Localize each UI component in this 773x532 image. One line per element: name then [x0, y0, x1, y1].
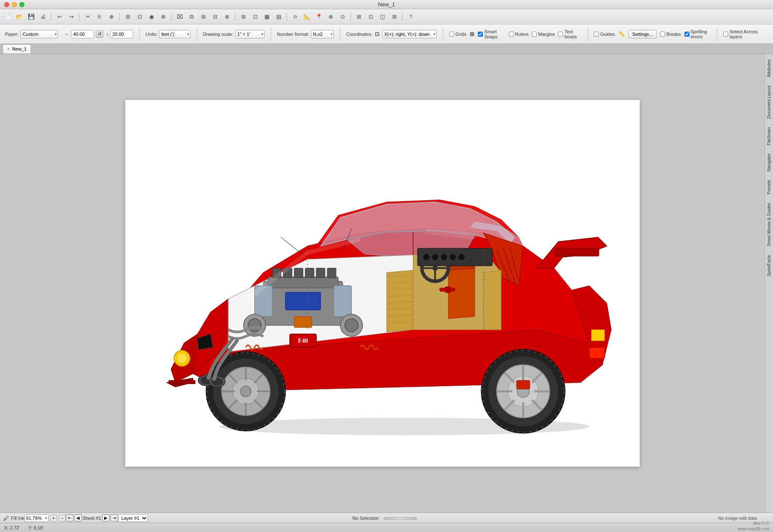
paper-select[interactable]: Custom Letter A4 A3: [20, 30, 58, 38]
svg-rect-78: [169, 380, 195, 384]
more-options-section: Guides 📏 Settings... Breaks Spelling err…: [592, 29, 713, 39]
view-button-2[interactable]: ⊡: [250, 12, 260, 22]
attributes-tab[interactable]: Attributes: [765, 56, 773, 81]
view-button-1[interactable]: ⊞: [238, 12, 248, 22]
toolbar-separator-1: [51, 13, 51, 21]
close-button[interactable]: [4, 2, 9, 7]
guides-checkbox-label[interactable]: Guides: [594, 32, 615, 37]
select-across-checkbox-label[interactable]: Select Across layers: [723, 29, 768, 39]
paper-select-wrap: Custom Letter A4 A3: [20, 30, 58, 38]
car-image: F40: [125, 100, 640, 467]
margins-checkbox-label[interactable]: Margins: [532, 32, 555, 37]
margins-checkbox[interactable]: [532, 32, 537, 37]
spelling-errors-checkbox[interactable]: [684, 32, 690, 37]
help-button[interactable]: ?: [406, 12, 416, 22]
misc-button-1[interactable]: ⛭: [290, 12, 300, 22]
text-boxes-checkbox[interactable]: [558, 32, 563, 37]
guides-label: Guides: [600, 32, 615, 37]
zoom-out-button[interactable]: −: [59, 515, 65, 521]
tab-label: New_1: [12, 46, 27, 51]
misc-button-4[interactable]: ⊕: [326, 12, 336, 22]
extra-button-2[interactable]: ⊡: [366, 12, 376, 22]
document-layout-tab[interactable]: Document Layout: [765, 82, 773, 122]
no-image-edit-text: No image edit data: [718, 516, 757, 521]
tools-button-1[interactable]: ⊞: [123, 12, 133, 22]
redo-button[interactable]: ↪: [66, 12, 76, 22]
maximize-button[interactable]: [19, 2, 24, 7]
tools-button-5[interactable]: ⌧: [175, 12, 185, 22]
dimensions-section: ↔ 40.00 ↺ ↕ 20.00: [62, 30, 135, 38]
status-slider[interactable]: [383, 517, 417, 520]
settings-button[interactable]: Settings...: [628, 30, 657, 38]
smart-snaps-checkbox[interactable]: [478, 32, 483, 37]
view-button-4[interactable]: ▤: [274, 12, 284, 22]
width-input[interactable]: 40.00: [71, 30, 94, 38]
extra-button-3[interactable]: ◫: [377, 12, 388, 22]
undo-button[interactable]: ↩: [54, 12, 65, 22]
grids-checkbox[interactable]: [449, 32, 454, 37]
tab-new1[interactable]: × New_1: [3, 44, 31, 54]
properties-toolbar: Paper: Custom Letter A4 A3 ↔ 40.00 ↺ ↕ 2…: [0, 24, 773, 44]
misc-button-3[interactable]: 📍: [314, 12, 324, 22]
refresh-button[interactable]: ↺: [96, 30, 103, 38]
misc-button-2[interactable]: 📐: [302, 12, 312, 22]
zoom-in-button[interactable]: +: [50, 515, 57, 521]
fill-label: Fill Ink: [11, 516, 24, 521]
extra-button-4[interactable]: ⊞: [389, 12, 399, 22]
main-area: F40: [0, 54, 773, 513]
xy-select[interactable]: X(+): right, Y(+): down X(+): right, Y(+…: [382, 30, 437, 38]
tools-button-9[interactable]: ⊕: [222, 12, 232, 22]
prop-sep-6: [588, 28, 588, 40]
copy-button[interactable]: ⎘: [94, 12, 105, 22]
layer-select[interactable]: Layer #1: [118, 514, 148, 522]
guides-checkbox[interactable]: [594, 32, 599, 37]
open-button[interactable]: 📂: [14, 12, 24, 22]
rulers-checkbox[interactable]: [509, 32, 514, 37]
cut-button[interactable]: ✂: [83, 12, 93, 22]
breaks-checkbox-label[interactable]: Breaks: [660, 32, 681, 37]
zoom-select-wrap: 61.76% 50% 75% 100%: [24, 514, 48, 522]
ferrari-drawing: F40: [138, 118, 627, 449]
next-sheet-button[interactable]: ▶: [102, 514, 110, 521]
number-format-select[interactable]: N.x2 N.x1 N.x3: [311, 30, 334, 38]
smart-snaps-checkbox-label[interactable]: Smart Snaps: [478, 29, 505, 39]
units-select[interactable]: feet (') inches (") meters: [159, 30, 191, 38]
svg-rect-16: [334, 285, 352, 316]
zoom-select[interactable]: 61.76% 50% 75% 100%: [24, 514, 48, 522]
tools-button-3[interactable]: ◉: [146, 12, 156, 22]
navigator-tab[interactable]: Navigator: [765, 150, 773, 175]
minimize-button[interactable]: [12, 2, 17, 7]
smart-mouse-guides-tab[interactable]: Smart Mouse & Guides: [765, 199, 773, 250]
tools-button-6[interactable]: ⧉: [186, 12, 197, 22]
tools-button-4[interactable]: ⊗: [158, 12, 168, 22]
print-button[interactable]: 🖨: [38, 12, 48, 22]
tools-button-8[interactable]: ⊟: [210, 12, 220, 22]
text-boxes-checkbox-label[interactable]: Text boxes: [558, 29, 582, 39]
toolbar-separator-6: [287, 13, 287, 21]
view-button-3[interactable]: ▦: [262, 12, 272, 22]
select-across-checkbox[interactable]: [723, 32, 728, 37]
height-input[interactable]: 20.00: [110, 30, 133, 38]
tools-button-2[interactable]: ⊡: [135, 12, 145, 22]
drawing-scale-select[interactable]: 1" = 1' 1:1 1:2: [235, 30, 265, 38]
rulers-checkbox-label[interactable]: Rulers: [509, 32, 529, 37]
new-button[interactable]: 📄: [3, 12, 13, 22]
sprintfacts-tab[interactable]: SprintFacts: [765, 251, 773, 280]
presets-tab[interactable]: Presets: [765, 176, 773, 198]
spelling-errors-checkbox-label[interactable]: Spelling errors: [684, 29, 711, 39]
paste-button[interactable]: ⊕: [106, 12, 116, 22]
breaks-checkbox[interactable]: [660, 32, 665, 37]
tools-button-7[interactable]: ⊞: [198, 12, 208, 22]
save-button[interactable]: 💾: [26, 12, 36, 22]
drawing-canvas: F40: [125, 100, 640, 467]
canvas-area[interactable]: F40: [0, 54, 765, 513]
misc-button-5[interactable]: ⊙: [337, 12, 347, 22]
prev-sheet-button[interactable]: ◀: [74, 514, 82, 521]
grids-checkbox-label[interactable]: Grids: [449, 32, 466, 37]
filesmart-tab[interactable]: FileSmart: [765, 124, 773, 149]
first-sheet-button[interactable]: ⇤: [66, 514, 73, 521]
tab-bar: × New_1: [0, 44, 773, 54]
last-sheet-button[interactable]: ⇥: [110, 514, 118, 521]
extra-button-1[interactable]: ⊞: [354, 12, 364, 22]
tab-close-icon[interactable]: ×: [7, 47, 10, 51]
